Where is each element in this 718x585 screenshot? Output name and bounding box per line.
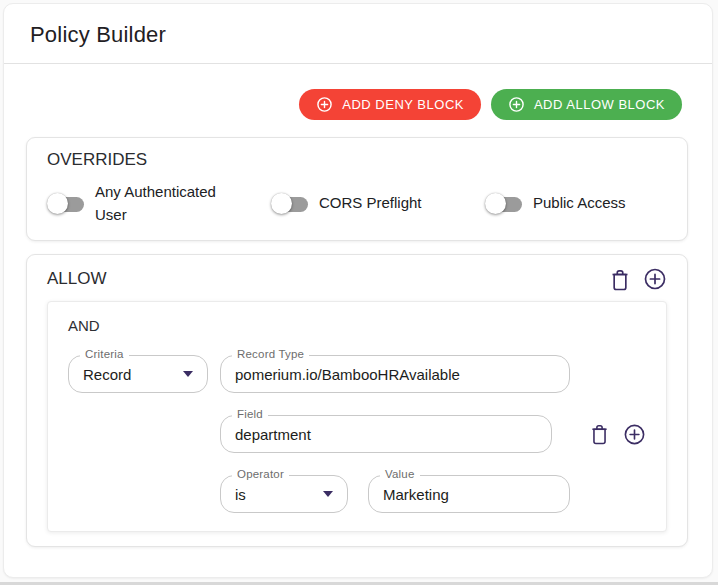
record-type-input[interactable]	[235, 366, 555, 383]
public-access-label[interactable]: Public Access	[533, 192, 626, 215]
chevron-down-icon	[323, 491, 333, 497]
criteria-row: Criteria Record Record Type	[68, 355, 646, 393]
value-field-wrap: Value	[368, 475, 570, 513]
cors-preflight-switch[interactable]	[271, 193, 310, 215]
switch-thumb	[47, 193, 68, 214]
any-authenticated-user-switch[interactable]	[47, 193, 86, 215]
value-input[interactable]	[383, 486, 555, 503]
field-field-wrap: Field	[220, 415, 552, 453]
policy-builder-content: ADD DENY BLOCK ADD ALLOW BLOCK OVERRIDES	[4, 64, 712, 547]
trash-icon	[610, 268, 630, 291]
add-allow-block-button[interactable]: ADD ALLOW BLOCK	[491, 89, 682, 120]
allow-block-title: ALLOW	[47, 269, 107, 289]
switch-thumb	[485, 193, 506, 214]
policy-builder-header: Policy Builder	[4, 4, 712, 64]
trash-icon	[590, 423, 609, 445]
overrides-title: OVERRIDES	[47, 150, 667, 170]
and-criteria-group: AND Criteria Record Record Type	[47, 301, 667, 532]
group-operator-label: AND	[68, 317, 646, 334]
criteria-select-label: Criteria	[80, 348, 129, 360]
operator-select-label: Operator	[232, 468, 289, 480]
field-input[interactable]	[235, 426, 537, 443]
plus-circle-icon	[623, 423, 646, 446]
allow-block-card: ALLOW	[26, 254, 688, 547]
criterion-actions	[590, 423, 646, 446]
criteria-select-value: Record	[83, 366, 183, 383]
page: Policy Builder ADD DENY BLOCK	[0, 0, 718, 585]
add-deny-block-label: ADD DENY BLOCK	[342, 97, 464, 112]
page-title: Policy Builder	[30, 22, 684, 48]
toggle-cors-preflight: CORS Preflight	[271, 192, 485, 215]
add-allow-block-label: ADD ALLOW BLOCK	[534, 97, 665, 112]
operator-select-value: is	[235, 486, 323, 503]
record-type-label: Record Type	[232, 348, 309, 360]
any-authenticated-user-label[interactable]: Any Authenticated User	[95, 181, 243, 226]
operator-select[interactable]: Operator is	[220, 475, 348, 513]
public-access-switch[interactable]	[485, 193, 524, 215]
toggle-public-access: Public Access	[485, 192, 626, 215]
chevron-down-icon	[183, 371, 193, 377]
toggle-any-authenticated-user: Any Authenticated User	[47, 181, 271, 226]
add-criterion-button[interactable]	[623, 423, 646, 446]
criteria-select[interactable]: Criteria Record	[68, 355, 208, 393]
policy-builder-card: Policy Builder ADD DENY BLOCK	[3, 3, 713, 578]
operator-value-row: Operator is Value	[220, 475, 646, 513]
allow-block-header: ALLOW	[47, 267, 667, 291]
plus-circle-icon	[643, 267, 667, 291]
field-row: Field	[220, 415, 646, 453]
add-deny-block-button[interactable]: ADD DENY BLOCK	[299, 89, 481, 120]
delete-allow-block-button[interactable]	[610, 268, 630, 291]
cors-preflight-label[interactable]: CORS Preflight	[319, 192, 422, 215]
criteria-form: Criteria Record Record Type Fie	[68, 355, 646, 513]
overrides-card: OVERRIDES Any Authenticated User	[26, 137, 688, 241]
field-label: Field	[232, 408, 268, 420]
record-type-field-wrap: Record Type	[220, 355, 570, 393]
add-criteria-group-button[interactable]	[643, 267, 667, 291]
value-label: Value	[380, 468, 420, 480]
delete-criterion-button[interactable]	[590, 423, 609, 445]
allow-block-actions	[610, 267, 667, 291]
plus-circle-icon	[508, 96, 525, 113]
switch-thumb	[271, 193, 292, 214]
block-actions-row: ADD DENY BLOCK ADD ALLOW BLOCK	[24, 89, 690, 120]
overrides-toggle-row: Any Authenticated User CORS Preflight	[47, 181, 667, 226]
plus-circle-icon	[316, 96, 333, 113]
